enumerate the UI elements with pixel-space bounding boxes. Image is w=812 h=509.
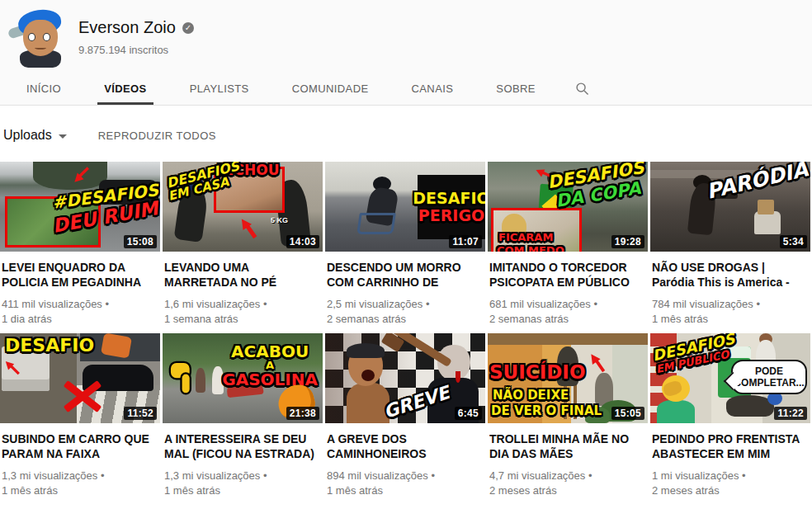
red-arrow-icon [2, 358, 21, 378]
shopping-cart-shape [356, 213, 396, 234]
duration-badge: 14:03 [286, 235, 319, 248]
video-card: DESAFIO PERIGO 11:07 DESCENDO UM MORRO C… [325, 162, 485, 327]
video-views: 1,6 mi visualizações • [164, 297, 319, 312]
video-card: FICARAM COM MEDO DESAFIOS DA COPA 19:28 … [488, 162, 648, 327]
overlay-text: DE VER O FINAL [491, 405, 602, 417]
blood-drip-shape [456, 371, 460, 383]
tab-sobre[interactable]: SOBRE [474, 73, 557, 105]
video-thumbnail[interactable]: DESAFIO 11:52 [0, 333, 160, 423]
thumbs-down-icon [166, 356, 204, 398]
avatar-mouth [35, 46, 46, 49]
duration-badge: 11:07 [449, 235, 482, 248]
video-age: 2 semanas atrás [327, 312, 482, 327]
tab-inicio[interactable]: INÍCIO [5, 73, 83, 105]
video-age: 1 mês atrás [327, 483, 482, 498]
video-thumbnail[interactable]: GREVE 6:45 [325, 333, 485, 423]
video-views: 4,7 mi visualizações • [489, 469, 644, 483]
tree-shape [33, 162, 107, 190]
speech-bubble: PODE COMPLETAR... [731, 360, 807, 394]
red-arrow-icon [234, 214, 262, 243]
video-card: DESAFIO 11:52 SUBINDO EM CARRO QUE PARAM… [0, 333, 160, 498]
play-all-button[interactable]: REPRODUZIR TODOS [98, 130, 216, 142]
video-views: 1 mi visualizações • [652, 469, 807, 483]
video-age: 2 semanas atrás [489, 312, 644, 327]
duration-badge: 21:38 [286, 407, 319, 420]
facepalm-emoji-body [657, 400, 695, 423]
duration-badge: 5:34 [780, 235, 807, 248]
video-thumbnail[interactable]: FICARAM COM MEDO DESAFIOS DA COPA 19:28 [488, 162, 648, 252]
verified-badge-icon: ✓ [182, 22, 194, 34]
video-views: 1,3 mi visualizações • [2, 469, 157, 483]
tab-canais[interactable]: CANAIS [390, 73, 475, 105]
video-title[interactable]: LEVANDO UMA MARRETADA NO PÉ #DESAFIO [164, 260, 319, 290]
channel-search-button[interactable] [557, 73, 607, 105]
video-card: #DESAFIOS DEU RUIM 15:08 LEVEI ENQUADRO … [0, 162, 160, 327]
duration-badge: 15:08 [124, 235, 157, 248]
text-band: DESAFIO PERIGO [418, 175, 485, 239]
video-title[interactable]: IMITANDO O TORCEDOR PSICOPATA EM PÚBLICO [489, 260, 644, 290]
video-card: SUICÍDIO NÃO DEIXE DE VER O FINAL 15:05 … [488, 333, 648, 498]
video-title[interactable]: DESCENDO UM MORRO COM CARRINHO DE COMPRA… [327, 260, 482, 290]
duration-badge: 19:28 [611, 235, 644, 248]
uploads-dropdown[interactable]: Uploads [3, 128, 67, 143]
video-card: ACABOU A GASOLINA 21:38 A INTERESSEIRA S… [163, 333, 323, 498]
video-card: DESAFIOS EM PÚBLICO PODE COMPLETAR... 11… [650, 333, 810, 498]
video-thumbnail[interactable]: ACABOU A GASOLINA 21:38 [163, 333, 323, 423]
video-views: 784 mil visualizações • [652, 297, 807, 312]
video-age: 2 meses atrás [652, 483, 807, 498]
overlay-text: DESAFIO [413, 191, 485, 206]
subscriber-count: 9.875.194 inscritos [78, 44, 194, 56]
overlay-text: PARÓDIA [704, 162, 810, 202]
video-title[interactable]: LEVEI ENQUADRO DA POLICIA EM PEGADINHA [2, 260, 157, 290]
video-age: 1 mês atrás [652, 312, 807, 327]
overlay-text: NÃO DEIXE [493, 389, 569, 402]
bag-head-shape [758, 200, 774, 214]
video-title[interactable]: PEDINDO PRO FRENTISTA ABASTECER EM MIM [652, 431, 807, 461]
video-views: 681 mil visualizações • [489, 297, 644, 312]
channel-name: Everson Zoio [78, 18, 176, 37]
chevron-down-icon [59, 134, 67, 139]
duration-badge: 11:22 [774, 407, 807, 420]
video-title[interactable]: A INTERESSEIRA SE DEU MAL (FICOU NA ESTR… [164, 431, 319, 461]
overlay-text: SUICÍDIO [489, 363, 585, 382]
overlay-text: COM MEDO [497, 245, 564, 252]
red-arrow-icon [583, 350, 610, 376]
video-title[interactable]: A GREVE DOS CAMINHONEIROS [327, 431, 482, 461]
channel-header: Everson Zoio✓ 9.875.194 inscritos [0, 0, 812, 73]
overlay-text: PERIGO [418, 208, 484, 224]
video-grid: #DESAFIOS DEU RUIM 15:08 LEVEI ENQUADRO … [0, 162, 812, 498]
video-title[interactable]: NÃO USE DROGAS | Paródia This is America… [652, 260, 807, 290]
red-arrow-icon [71, 165, 92, 186]
duration-badge: 11:52 [124, 407, 157, 420]
video-title[interactable]: SUBINDO EM CARRO QUE PARAM NA FAIXA #DES… [2, 431, 157, 461]
video-thumbnail[interactable]: #DESAFIOS DEU RUIM 15:08 [0, 162, 160, 252]
channel-avatar [7, 5, 71, 68]
tab-playlists[interactable]: PLAYLISTS [168, 73, 271, 105]
video-card: PARÓDIA 5:34 NÃO USE DROGAS | Paródia Th… [650, 162, 810, 327]
overlay-text: FICARAM [498, 232, 553, 243]
video-thumbnail[interactable]: DESAFIO PERIGO 11:07 [325, 162, 485, 252]
search-icon [575, 82, 589, 96]
avatar-eye [43, 33, 50, 41]
video-age: 2 meses atrás [489, 483, 644, 498]
overlay-text: 5 KG [271, 216, 288, 224]
video-age: 1 semana atrás [164, 312, 319, 327]
video-thumbnail[interactable]: PARÓDIA 5:34 [650, 162, 810, 252]
tab-videos[interactable]: VÍDEOS [83, 73, 168, 105]
open-mouth-shape [361, 370, 375, 381]
overlay-text: ACABOU [222, 343, 318, 360]
video-views: 2,5 mi visualizações • [327, 297, 482, 312]
channel-tabs: INÍCIO VÍDEOS PLAYLISTS COMUNIDADE CANAI… [0, 73, 812, 106]
video-thumbnail[interactable]: INCHOU DESAFIOS EM CASA 5 KG 14:03 [163, 162, 323, 252]
chair-shape [754, 211, 781, 234]
duration-badge: 15:05 [611, 407, 644, 420]
avatar-face [23, 20, 58, 56]
uploads-toolbar: Uploads REPRODUZIR TODOS [0, 106, 812, 148]
video-title[interactable]: TROLLEI MINHA MÃE NO DIA DAS MÃES [489, 431, 644, 461]
video-views: 894 mil visualizações • [327, 469, 482, 483]
bubble-text: COMPLETAR... [733, 377, 805, 389]
video-thumbnail[interactable]: DESAFIOS EM PÚBLICO PODE COMPLETAR... 11… [650, 333, 810, 423]
tab-comunidade[interactable]: COMUNIDADE [271, 73, 390, 105]
overlay-text: DESAFIO [5, 337, 94, 355]
video-thumbnail[interactable]: SUICÍDIO NÃO DEIXE DE VER O FINAL 15:05 [488, 333, 648, 423]
